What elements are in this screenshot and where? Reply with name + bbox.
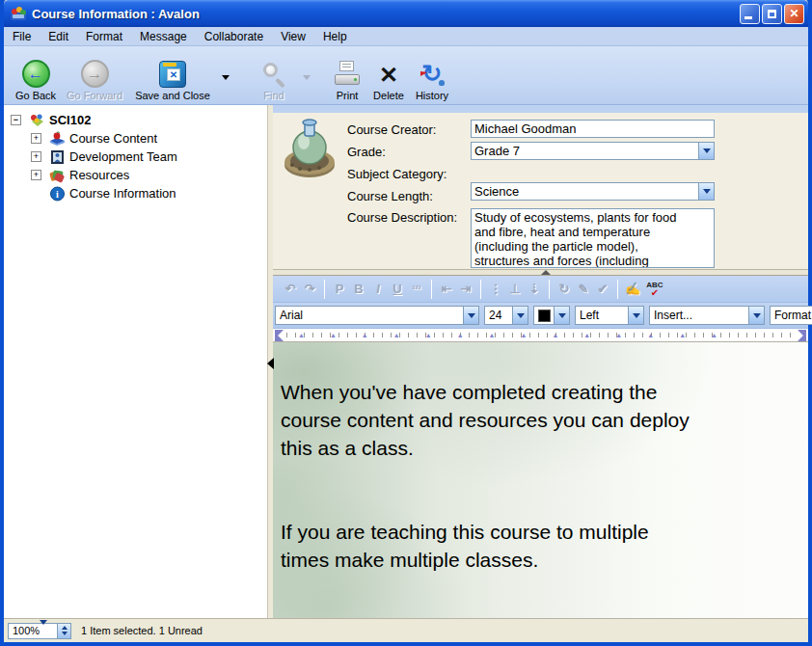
development-team-icon [49, 149, 66, 165]
window-title: Course Information : Avalon [32, 7, 740, 21]
history-button[interactable]: ↻ History [409, 51, 455, 101]
tree-item-course-information[interactable]: i Course Information [4, 184, 267, 202]
menu-view[interactable]: View [272, 28, 314, 45]
tree-item-course-content[interactable]: + Course Content [4, 129, 267, 148]
align-select[interactable]: Left [575, 306, 644, 325]
subject-category-select[interactable]: Science [471, 182, 715, 201]
format-select[interactable]: Format... [770, 306, 812, 325]
tree-item-development-team[interactable]: + Development Team [4, 148, 267, 166]
zoom-select[interactable]: 100% [8, 623, 58, 639]
tree-label: Development Team [69, 149, 177, 164]
course-tree: − SCI102 + Course Content [4, 105, 267, 618]
signature-icon[interactable]: ✍ [623, 282, 642, 296]
menu-format[interactable]: Format [77, 28, 131, 45]
grade-select[interactable]: Grade 7 [471, 142, 715, 160]
font-color-select[interactable] [533, 306, 570, 325]
menu-file[interactable]: File [4, 28, 40, 45]
zoom-stepper[interactable] [58, 623, 71, 639]
course-description-textarea[interactable]: Study of ecosystems, plants for food and… [471, 208, 715, 268]
insert-select[interactable]: Insert... [649, 306, 765, 325]
font-name-select[interactable]: Arial [275, 306, 479, 325]
indent-icon[interactable]: ⇥ [456, 282, 475, 296]
main-toolbar: ← Go Back → Go Forward ✕ Save and Close … [4, 46, 808, 105]
splitter-collapse-icon[interactable] [267, 358, 274, 369]
print-button[interactable]: Print [326, 51, 368, 101]
chevron-down-icon[interactable] [554, 307, 569, 324]
flask-icon [281, 119, 340, 180]
baseline-icon[interactable]: ⊥ [505, 282, 525, 296]
course-content-icon [49, 131, 66, 147]
minimize-icon [744, 16, 752, 19]
menu-help[interactable]: Help [314, 28, 356, 45]
course-icon [29, 113, 45, 128]
bold-icon[interactable]: B [349, 282, 368, 296]
color-swatch [538, 310, 551, 322]
print-icon [333, 61, 362, 88]
course-creator-input[interactable]: Michael Goodman [471, 120, 715, 138]
maximize-icon [768, 10, 776, 18]
expand-expander-icon[interactable]: + [31, 133, 41, 144]
italic-icon[interactable]: I [368, 282, 388, 296]
left-indent-marker[interactable] [275, 330, 284, 341]
chevron-down-icon[interactable] [628, 307, 643, 324]
resources-icon [49, 168, 66, 183]
expand-expander-icon[interactable]: + [31, 170, 41, 180]
editor-format-toolbar: ↶ ↷ P B I U ¹²³ ⇤ ⇥ ⋮ ⊥ ⇣ ↻ ✎ ✔ ✍ [273, 276, 808, 303]
expand-expander-icon[interactable]: + [31, 151, 41, 162]
application-window: Course Information : Avalon ✕ File Edit … [0, 0, 812, 646]
chevron-down-icon[interactable] [512, 307, 528, 324]
font-size-select[interactable]: 24 [484, 306, 528, 325]
editor-font-toolbar: Arial 24 Left Insert... Format... [273, 303, 808, 329]
outdent-icon[interactable]: ⇤ [437, 282, 456, 296]
save-dropdown-icon[interactable] [222, 75, 230, 80]
menu-message[interactable]: Message [131, 28, 196, 45]
right-indent-marker[interactable] [798, 330, 806, 341]
minimize-button[interactable] [740, 4, 760, 24]
go-forward-button[interactable]: → Go Forward [62, 51, 127, 101]
pencil-icon[interactable]: ✎ [574, 282, 593, 296]
menu-collaborate[interactable]: Collaborate [196, 28, 272, 45]
chevron-down-icon[interactable] [463, 307, 478, 324]
tree-label: Resources [69, 168, 129, 182]
tree-item-resources[interactable]: + Resources [4, 166, 267, 184]
chevron-down-icon[interactable] [698, 143, 714, 159]
go-back-icon: ← [22, 60, 50, 88]
save-and-close-button[interactable]: ✕ Save and Close [127, 51, 218, 101]
accept-icon[interactable]: ✔ [593, 282, 612, 296]
refresh-icon[interactable]: ↻ [555, 282, 574, 296]
notes-editor[interactable]: When you've have completed creating the … [273, 342, 808, 618]
spellcheck-icon[interactable]: ABC ✔ [646, 282, 663, 297]
history-icon: ↻ [418, 61, 447, 88]
superscript-icon[interactable]: ¹²³ [407, 284, 426, 294]
chevron-down-icon[interactable] [748, 307, 764, 324]
collapse-expander-icon[interactable]: − [11, 115, 21, 125]
maximize-button[interactable] [762, 4, 782, 24]
spinner-up-icon [62, 626, 68, 630]
status-bar: 100% 1 Item selected. 1 Unread [4, 618, 808, 642]
subject-category-label: Subject Category: [347, 167, 447, 181]
course-length-label: Course Length: [347, 189, 433, 203]
find-dropdown-icon[interactable] [303, 75, 311, 80]
underline-icon[interactable]: U [388, 282, 407, 296]
go-back-button[interactable]: ← Go Back [10, 51, 62, 101]
tree-label: SCI102 [49, 113, 91, 127]
find-icon [260, 61, 287, 88]
redo-icon[interactable]: ↷ [300, 282, 319, 296]
menu-edit[interactable]: Edit [40, 28, 77, 45]
save-icon: ✕ [159, 61, 186, 88]
fill-icon[interactable]: ⇣ [525, 282, 544, 296]
chevron-down-icon[interactable] [698, 183, 714, 200]
list-icon[interactable]: ⋮ [486, 282, 505, 296]
paragraph-icon[interactable]: P [330, 282, 349, 296]
find-button[interactable]: Find [249, 51, 299, 101]
splitter-collapse-up-icon[interactable] [541, 270, 551, 275]
undo-icon[interactable]: ↶ [281, 282, 300, 296]
panel-top-strip [273, 105, 808, 113]
close-button[interactable]: ✕ [784, 4, 804, 24]
tree-label: Course Information [69, 186, 176, 201]
course-description-label: Course Description: [347, 210, 457, 225]
editor-splitter[interactable] [273, 269, 808, 276]
delete-button[interactable]: ✕ Delete [368, 51, 409, 101]
tree-item-sci102[interactable]: − SCI102 [4, 111, 267, 129]
chevron-down-icon[interactable] [40, 620, 47, 636]
